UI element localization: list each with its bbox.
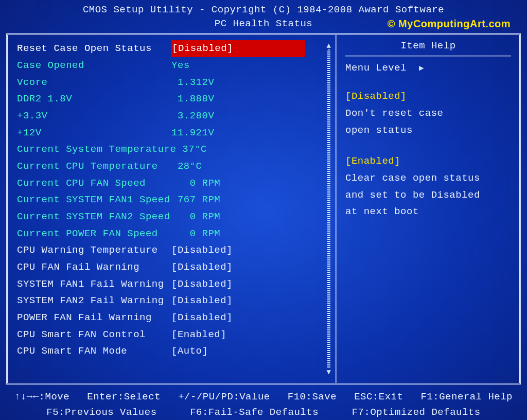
setting-value: 11.921V [171,125,305,142]
help-title: Item Help [345,40,511,57]
footer-key: F6:Fail-Safe Defaults [190,405,319,420]
footer-key: F10:Save [288,390,337,405]
header: CMOS Setup Utility - Copyright (C) 1984-… [6,3,521,33]
setting-label: +12V [17,125,171,142]
setting-value: 0 RPM [171,225,305,242]
scroll-down-icon[interactable]: ▼ [327,369,331,376]
help-heading: [Disabled] [345,88,511,105]
scrollbar[interactable]: ▲ ▼ [325,42,332,376]
setting-label: Current SYSTEM FAN2 Speed [17,208,171,225]
setting-label: CPU Smart FAN Mode [17,343,171,360]
help-text: open status [345,122,511,139]
help-text: and set to be Disabled [345,187,511,204]
setting-row[interactable]: CPU FAN Fail Warning[Disabled] [17,259,331,276]
help-text: at next boot [345,203,511,220]
menu-level-label: Menu Level [345,62,407,74]
setting-row: Current POWER FAN Speed 0 RPM [17,225,331,242]
setting-row: +12V11.921V [17,125,331,142]
setting-value[interactable]: [Enabled] [171,326,305,343]
watermark: © MyComputingArt.com [388,16,511,31]
settings-pane[interactable]: Reset Case Open Status[Disabled]Case Ope… [8,35,337,383]
setting-value[interactable]: [Disabled] [171,259,305,276]
menu-level: Menu Level ▶ [345,62,511,74]
setting-label: SYSTEM FAN2 Fail Warning [17,292,171,309]
setting-row: Current CPU Temperature 28°C [17,158,331,175]
setting-label: Current SYSTEM FAN1 Speed [17,191,171,208]
setting-value: 0 RPM [171,208,305,225]
setting-label: Current System Temperature [17,141,176,158]
setting-row: Current SYSTEM FAN2 Speed 0 RPM [17,208,331,225]
scrollbar-track[interactable] [327,49,330,369]
setting-label: Current POWER FAN Speed [17,225,171,242]
setting-value[interactable]: [Disabled] [171,242,305,259]
setting-row: Case OpenedYes [17,57,331,74]
setting-value: 1.888V [171,91,305,108]
setting-row[interactable]: CPU Smart FAN Mode[Auto] [17,343,331,360]
setting-label: +3.3V [17,108,171,125]
setting-value: 28°C [171,158,305,175]
setting-row[interactable]: POWER FAN Fail Warning[Disabled] [17,309,331,326]
footer-key: F1:General Help [420,390,513,405]
setting-value[interactable]: [Auto] [171,343,305,360]
footer-keys: ↑↓→←:MoveEnter:Select+/-/PU/PD:ValueF10:… [6,384,521,420]
main-area: Reset Case Open Status[Disabled]Case Ope… [6,33,521,384]
setting-row[interactable]: CPU Smart FAN Control[Enabled] [17,326,331,343]
setting-row: Vcore 1.312V [17,74,331,91]
header-title: CMOS Setup Utility - Copyright (C) 1984-… [6,3,521,17]
footer-key: ↑↓→←:Move [14,390,69,405]
footer-row-1: ↑↓→←:MoveEnter:Select+/-/PU/PD:ValueF10:… [14,390,513,405]
setting-value: 0 RPM [171,175,305,192]
setting-row[interactable]: SYSTEM FAN1 Fail Warning[Disabled] [17,276,331,293]
setting-label: Current CPU FAN Speed [17,175,171,192]
footer-key: +/-/PU/PD:Value [178,390,270,405]
setting-label: Current CPU Temperature [17,158,171,175]
setting-row: Current CPU FAN Speed 0 RPM [17,175,331,192]
setting-label: Reset Case Open Status [17,40,171,57]
help-text: Don't reset case [345,105,511,122]
setting-row: Current SYSTEM FAN1 Speed 767 RPM [17,191,331,208]
footer-key: F7:Optimized Defaults [352,405,481,420]
setting-row: DDR2 1.8V 1.888V [17,91,331,108]
help-pane: Item Help Menu Level ▶ [Disabled]Don't r… [337,35,519,383]
bios-screen: CMOS Setup Utility - Copyright (C) 1984-… [0,0,527,420]
setting-label: CPU FAN Fail Warning [17,259,171,276]
setting-row[interactable]: SYSTEM FAN2 Fail Warning[Disabled] [17,292,331,309]
help-text: Clear case open status [345,170,511,187]
setting-value: 767 RPM [171,191,305,208]
setting-value[interactable]: [Disabled] [171,40,305,57]
setting-label: Case Opened [17,57,171,74]
help-heading: [Enabled] [345,153,511,170]
setting-row: +3.3V 3.280V [17,108,331,125]
setting-label: CPU Smart FAN Control [17,326,171,343]
setting-value: 1.312V [171,74,305,91]
setting-label: CPU Warning Temperature [17,242,171,259]
footer-key: Enter:Select [87,390,161,405]
setting-label: POWER FAN Fail Warning [17,309,171,326]
footer-key: F5:Previous Values [46,405,156,420]
setting-label: DDR2 1.8V [17,91,171,108]
setting-row: Current System Temperature 37°C [17,141,331,158]
setting-value[interactable]: [Disabled] [171,276,305,293]
setting-value: Yes [171,57,305,74]
setting-row[interactable]: CPU Warning Temperature[Disabled] [17,242,331,259]
footer-row-2: F5:Previous ValuesF6:Fail-Safe DefaultsF… [14,405,513,420]
setting-label: SYSTEM FAN1 Fail Warning [17,276,171,293]
setting-row[interactable]: Reset Case Open Status[Disabled] [17,40,331,57]
scroll-up-icon[interactable]: ▲ [327,42,331,49]
setting-label: Vcore [17,74,171,91]
footer-key: ESC:Exit [354,390,403,405]
setting-value: 37°C [176,141,310,158]
setting-value[interactable]: [Disabled] [171,292,305,309]
setting-value[interactable]: [Disabled] [171,309,305,326]
setting-value: 3.280V [171,108,305,125]
menu-level-arrow-icon: ▶ [419,63,424,73]
